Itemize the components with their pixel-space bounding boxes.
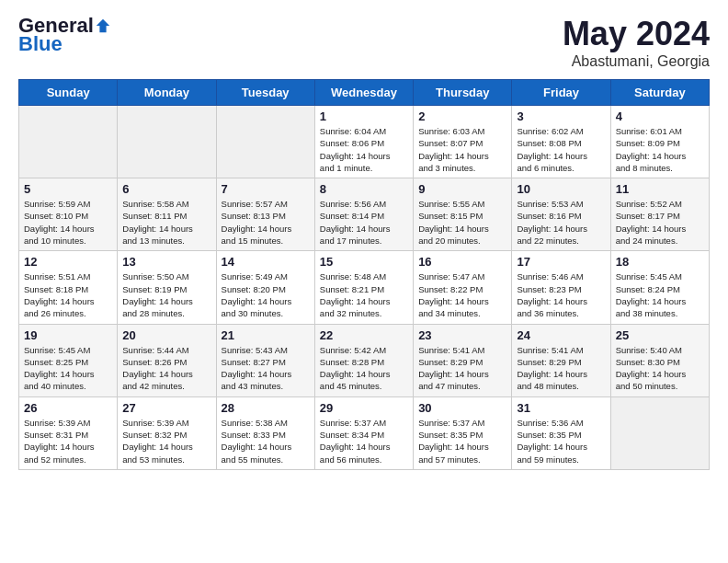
calendar-day-header: Friday xyxy=(512,80,610,106)
day-number: 29 xyxy=(320,401,408,415)
day-info: Sunrise: 5:45 AMSunset: 8:24 PMDaylight:… xyxy=(616,270,704,319)
calendar-week-row: 19Sunrise: 5:45 AMSunset: 8:25 PMDayligh… xyxy=(19,324,710,396)
day-info: Sunrise: 5:47 AMSunset: 8:22 PMDaylight:… xyxy=(418,270,506,319)
calendar-cell: 23Sunrise: 5:41 AMSunset: 8:29 PMDayligh… xyxy=(414,324,512,396)
day-number: 31 xyxy=(517,401,605,415)
day-info: Sunrise: 6:04 AMSunset: 8:06 PMDaylight:… xyxy=(320,125,408,174)
day-info: Sunrise: 5:37 AMSunset: 8:35 PMDaylight:… xyxy=(418,417,506,465)
calendar-cell: 28Sunrise: 5:38 AMSunset: 8:33 PMDayligh… xyxy=(216,396,314,469)
day-number: 19 xyxy=(24,328,112,342)
calendar-cell: 14Sunrise: 5:49 AMSunset: 8:20 PMDayligh… xyxy=(216,251,314,324)
day-info: Sunrise: 5:42 AMSunset: 8:28 PMDaylight:… xyxy=(320,344,408,393)
calendar-cell: 24Sunrise: 5:41 AMSunset: 8:29 PMDayligh… xyxy=(512,324,610,396)
calendar-day-header: Wednesday xyxy=(314,80,413,106)
day-info: Sunrise: 5:58 AMSunset: 8:11 PMDaylight:… xyxy=(122,198,210,247)
day-number: 1 xyxy=(320,109,408,123)
calendar-cell xyxy=(19,106,118,178)
calendar-cell: 8Sunrise: 5:56 AMSunset: 8:14 PMDaylight… xyxy=(314,178,413,251)
calendar-cell: 12Sunrise: 5:51 AMSunset: 8:18 PMDayligh… xyxy=(19,251,118,324)
day-info: Sunrise: 5:36 AMSunset: 8:35 PMDaylight:… xyxy=(517,417,605,465)
title-location: Abastumani, Georgia xyxy=(563,53,710,70)
calendar-cell: 4Sunrise: 6:01 AMSunset: 8:09 PMDaylight… xyxy=(610,106,709,178)
calendar-cell: 21Sunrise: 5:43 AMSunset: 8:27 PMDayligh… xyxy=(216,324,314,396)
day-info: Sunrise: 5:46 AMSunset: 8:23 PMDaylight:… xyxy=(517,270,605,319)
day-number: 24 xyxy=(517,328,605,342)
day-number: 30 xyxy=(418,401,506,415)
calendar-cell: 13Sunrise: 5:50 AMSunset: 8:19 PMDayligh… xyxy=(118,251,216,324)
day-info: Sunrise: 5:37 AMSunset: 8:34 PMDaylight:… xyxy=(320,417,408,465)
day-number: 16 xyxy=(418,255,506,269)
header: General Blue May 2024 Abastumani, Georgi… xyxy=(18,15,710,70)
calendar-cell: 25Sunrise: 5:40 AMSunset: 8:30 PMDayligh… xyxy=(610,324,709,396)
calendar-cell: 17Sunrise: 5:46 AMSunset: 8:23 PMDayligh… xyxy=(512,251,610,324)
day-info: Sunrise: 6:02 AMSunset: 8:08 PMDaylight:… xyxy=(517,125,605,174)
day-number: 7 xyxy=(222,182,310,196)
calendar-cell: 2Sunrise: 6:03 AMSunset: 8:07 PMDaylight… xyxy=(414,106,512,178)
calendar-cell: 9Sunrise: 5:55 AMSunset: 8:15 PMDaylight… xyxy=(414,178,512,251)
calendar: SundayMondayTuesdayWednesdayThursdayFrid… xyxy=(18,79,710,470)
day-number: 20 xyxy=(122,328,210,342)
day-number: 12 xyxy=(24,255,112,269)
day-number: 4 xyxy=(616,109,704,123)
calendar-cell: 22Sunrise: 5:42 AMSunset: 8:28 PMDayligh… xyxy=(314,324,413,396)
day-number: 2 xyxy=(418,109,506,123)
calendar-week-row: 12Sunrise: 5:51 AMSunset: 8:18 PMDayligh… xyxy=(19,251,710,324)
calendar-cell: 27Sunrise: 5:39 AMSunset: 8:32 PMDayligh… xyxy=(118,396,216,469)
day-number: 8 xyxy=(320,182,408,196)
day-number: 21 xyxy=(222,328,310,342)
calendar-cell: 5Sunrise: 5:59 AMSunset: 8:10 PMDaylight… xyxy=(19,178,118,251)
day-info: Sunrise: 5:51 AMSunset: 8:18 PMDaylight:… xyxy=(24,270,112,319)
logo: General Blue xyxy=(18,15,111,55)
day-number: 23 xyxy=(418,328,506,342)
day-info: Sunrise: 5:48 AMSunset: 8:21 PMDaylight:… xyxy=(320,270,408,319)
day-info: Sunrise: 5:52 AMSunset: 8:17 PMDaylight:… xyxy=(616,198,704,247)
day-info: Sunrise: 5:56 AMSunset: 8:14 PMDaylight:… xyxy=(320,198,408,247)
calendar-cell: 19Sunrise: 5:45 AMSunset: 8:25 PMDayligh… xyxy=(19,324,118,396)
day-number: 14 xyxy=(222,255,310,269)
calendar-day-header: Tuesday xyxy=(216,80,314,106)
day-number: 5 xyxy=(24,182,112,196)
calendar-week-row: 1Sunrise: 6:04 AMSunset: 8:06 PMDaylight… xyxy=(19,106,710,178)
day-number: 11 xyxy=(616,182,704,196)
day-number: 28 xyxy=(222,401,310,415)
day-number: 18 xyxy=(616,255,704,269)
calendar-week-row: 26Sunrise: 5:39 AMSunset: 8:31 PMDayligh… xyxy=(19,396,710,469)
day-info: Sunrise: 6:01 AMSunset: 8:09 PMDaylight:… xyxy=(616,125,704,174)
calendar-cell: 29Sunrise: 5:37 AMSunset: 8:34 PMDayligh… xyxy=(314,396,413,469)
logo-icon xyxy=(95,17,111,34)
day-number: 17 xyxy=(517,255,605,269)
calendar-cell xyxy=(216,106,314,178)
day-number: 6 xyxy=(122,182,210,196)
day-info: Sunrise: 5:41 AMSunset: 8:29 PMDaylight:… xyxy=(517,344,605,393)
calendar-cell xyxy=(118,106,216,178)
title-block: May 2024 Abastumani, Georgia xyxy=(563,15,710,70)
day-number: 22 xyxy=(320,328,408,342)
day-info: Sunrise: 5:45 AMSunset: 8:25 PMDaylight:… xyxy=(24,344,112,393)
title-month: May 2024 xyxy=(563,15,710,53)
day-info: Sunrise: 5:40 AMSunset: 8:30 PMDaylight:… xyxy=(616,344,704,393)
day-number: 26 xyxy=(24,401,112,415)
calendar-cell: 16Sunrise: 5:47 AMSunset: 8:22 PMDayligh… xyxy=(414,251,512,324)
day-number: 9 xyxy=(418,182,506,196)
day-number: 3 xyxy=(517,109,605,123)
day-info: Sunrise: 5:49 AMSunset: 8:20 PMDaylight:… xyxy=(222,270,310,319)
day-number: 13 xyxy=(122,255,210,269)
day-info: Sunrise: 5:53 AMSunset: 8:16 PMDaylight:… xyxy=(517,198,605,247)
calendar-day-header: Thursday xyxy=(414,80,512,106)
calendar-day-header: Sunday xyxy=(19,80,118,106)
calendar-day-header: Monday xyxy=(118,80,216,106)
day-info: Sunrise: 5:57 AMSunset: 8:13 PMDaylight:… xyxy=(222,198,310,247)
calendar-cell: 1Sunrise: 6:04 AMSunset: 8:06 PMDaylight… xyxy=(314,106,413,178)
day-number: 15 xyxy=(320,255,408,269)
day-info: Sunrise: 5:38 AMSunset: 8:33 PMDaylight:… xyxy=(222,417,310,465)
calendar-cell: 3Sunrise: 6:02 AMSunset: 8:08 PMDaylight… xyxy=(512,106,610,178)
day-info: Sunrise: 5:39 AMSunset: 8:31 PMDaylight:… xyxy=(24,417,112,465)
day-info: Sunrise: 5:39 AMSunset: 8:32 PMDaylight:… xyxy=(122,417,210,465)
day-info: Sunrise: 5:55 AMSunset: 8:15 PMDaylight:… xyxy=(418,198,506,247)
day-info: Sunrise: 5:59 AMSunset: 8:10 PMDaylight:… xyxy=(24,198,112,247)
svg-marker-0 xyxy=(97,19,109,32)
calendar-cell: 10Sunrise: 5:53 AMSunset: 8:16 PMDayligh… xyxy=(512,178,610,251)
calendar-cell: 30Sunrise: 5:37 AMSunset: 8:35 PMDayligh… xyxy=(414,396,512,469)
calendar-cell: 26Sunrise: 5:39 AMSunset: 8:31 PMDayligh… xyxy=(19,396,118,469)
day-number: 27 xyxy=(122,401,210,415)
